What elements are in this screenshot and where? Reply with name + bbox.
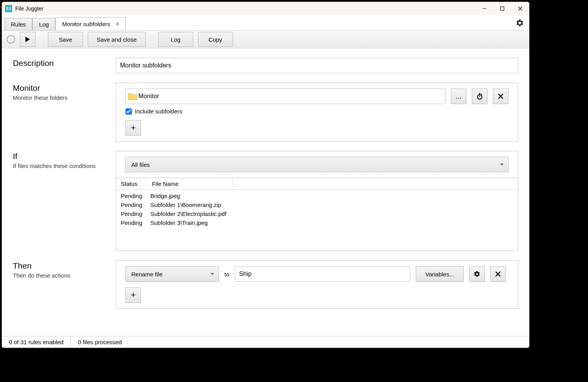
file-table-header: Status File Name <box>116 178 518 190</box>
rename-to-input[interactable] <box>235 266 410 282</box>
condition-combo-value: All files <box>131 161 150 168</box>
tab-log-label: Log <box>39 21 49 28</box>
tabs-bar: Rules Log Monitor subfolders × <box>2 15 529 31</box>
schedule-button[interactable] <box>472 88 487 104</box>
app-icon: FJ <box>5 5 12 12</box>
maximize-button[interactable] <box>493 2 511 15</box>
status-rules-enabled: 0 of 31 rules enabled <box>2 336 71 348</box>
cell-filename: Subfolder 3\Train.jpeg <box>147 219 208 226</box>
include-subfolders-label: Include subfolders <box>135 108 182 115</box>
add-action-label: + <box>131 290 136 300</box>
content-area: Description Monitor Monitor these folder… <box>2 48 529 336</box>
add-action-button[interactable]: + <box>125 287 141 303</box>
run-button[interactable] <box>20 32 35 47</box>
status-indicator-icon <box>7 35 15 44</box>
tab-monitor-label: Monitor subfolders <box>62 21 110 27</box>
action-settings-button[interactable] <box>469 266 485 282</box>
remove-folder-button[interactable] <box>493 88 509 104</box>
file-table: Status File Name Pending Bridge.jpeg Pen… <box>116 178 518 251</box>
if-panel: All files <box>116 151 518 178</box>
monitor-subtext: Monitor these folders <box>13 94 116 101</box>
tab-rules-label: Rules <box>11 21 26 28</box>
variables-label: Variables... <box>426 271 454 278</box>
svg-marker-4 <box>25 37 30 42</box>
svg-line-8 <box>481 94 482 95</box>
app-title: File Juggler <box>15 5 43 12</box>
cell-status: Pending <box>116 219 147 226</box>
remove-action-button[interactable] <box>490 266 506 282</box>
browse-folder-button[interactable]: ... <box>451 88 466 104</box>
table-row[interactable]: Pending Subfolder 3\Train.jpeg <box>116 218 518 227</box>
status-bar: 0 of 31 rules enabled 0 files processed <box>2 336 529 348</box>
tab-rules[interactable]: Rules <box>4 18 32 30</box>
monitor-heading: Monitor <box>13 83 116 93</box>
tab-monitor-subfolders[interactable]: Monitor subfolders × <box>55 17 126 30</box>
copy-label: Copy <box>208 36 222 43</box>
to-label: to <box>224 271 230 278</box>
add-folder-label: + <box>131 123 136 133</box>
action-combo[interactable]: Rename file <box>125 266 219 282</box>
cell-filename: Bridge.jpeg <box>147 193 180 199</box>
add-folder-button[interactable]: + <box>125 120 141 136</box>
cell-status: Pending <box>116 193 147 199</box>
save-label: Save <box>59 36 72 43</box>
svg-rect-6 <box>479 93 480 94</box>
status-files-processed: 0 files processed <box>71 336 129 348</box>
tab-close-icon[interactable]: × <box>116 21 119 28</box>
save-and-close-button[interactable]: Save and close <box>88 32 146 47</box>
monitor-panel: Monitor ... Include su <box>116 83 518 141</box>
if-heading: If <box>13 152 116 161</box>
titlebar: FJ File Juggler <box>2 2 529 15</box>
cell-filename: Subfolder 1\Boomerang.zip <box>147 202 221 208</box>
if-subtext: If files matches these conditions <box>13 163 116 169</box>
include-subfolders-checkbox[interactable] <box>125 108 132 115</box>
cell-filename: Subfolder 2\Electroplastic.pdf <box>147 210 226 217</box>
cell-status: Pending <box>116 210 147 217</box>
app-window: FJ File Juggler Rules Log Monitor subfol… <box>2 2 530 348</box>
then-panel: Rename file to Variables... <box>116 260 518 309</box>
then-heading: Then <box>13 261 116 271</box>
close-button[interactable] <box>511 2 529 15</box>
minimize-button[interactable] <box>475 2 493 15</box>
table-row[interactable]: Pending Bridge.jpeg <box>116 191 518 200</box>
table-row[interactable]: Pending Subfolder 1\Boomerang.zip <box>116 200 518 209</box>
monitor-folder-value: Monitor <box>138 93 159 100</box>
log-button[interactable]: Log <box>158 32 193 47</box>
save-close-label: Save and close <box>97 36 137 43</box>
toolbar: Save Save and close Log Copy <box>2 31 529 48</box>
tab-log[interactable]: Log <box>32 18 55 30</box>
condition-combo[interactable]: All files <box>125 157 509 172</box>
file-table-body: Pending Bridge.jpeg Pending Subfolder 1\… <box>116 190 518 251</box>
table-row[interactable]: Pending Subfolder 2\Electroplastic.pdf <box>116 209 518 218</box>
folder-icon <box>127 92 138 101</box>
then-subtext: Then do these actions <box>13 272 116 279</box>
description-heading: Description <box>13 58 116 68</box>
col-status[interactable]: Status <box>116 178 147 189</box>
variables-button[interactable]: Variables... <box>416 266 464 282</box>
action-combo-value: Rename file <box>131 271 162 278</box>
save-button[interactable]: Save <box>48 32 83 47</box>
copy-button[interactable]: Copy <box>198 32 233 47</box>
col-filename[interactable]: File Name <box>147 178 233 189</box>
settings-button[interactable] <box>514 18 525 28</box>
log-label: Log <box>171 36 180 43</box>
description-input[interactable] <box>116 58 518 73</box>
cell-status: Pending <box>116 202 147 208</box>
monitor-folder-field[interactable]: Monitor <box>125 88 445 104</box>
browse-label: ... <box>456 92 461 101</box>
svg-rect-1 <box>501 7 504 11</box>
